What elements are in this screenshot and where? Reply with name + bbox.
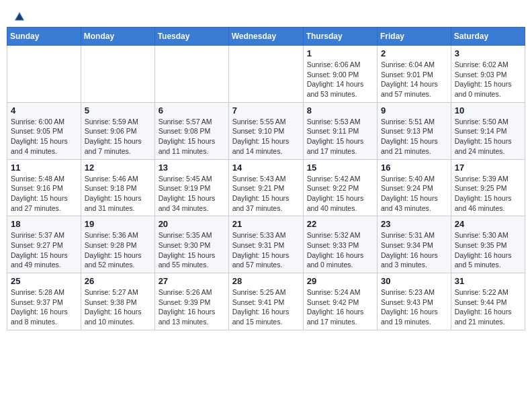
calendar-cell: 12Sunrise: 5:46 AMSunset: 9:18 PMDayligh… — [81, 159, 154, 216]
calendar-cell: 7Sunrise: 5:55 AMSunset: 9:10 PMDaylight… — [228, 102, 303, 159]
day-number: 11 — [11, 163, 77, 173]
day-info: Sunrise: 5:46 AMSunset: 9:18 PMDaylight:… — [85, 174, 151, 214]
calendar-cell: 21Sunrise: 5:33 AMSunset: 9:31 PMDayligh… — [228, 216, 303, 273]
calendar-cell — [228, 46, 303, 103]
day-info: Sunrise: 5:39 AMSunset: 9:25 PMDaylight:… — [455, 174, 521, 214]
calendar-cell: 18Sunrise: 5:37 AMSunset: 9:27 PMDayligh… — [7, 216, 81, 273]
day-number: 9 — [381, 105, 447, 116]
day-number: 31 — [455, 276, 521, 286]
day-number: 20 — [159, 219, 225, 229]
day-info: Sunrise: 5:22 AMSunset: 9:44 PMDaylight:… — [455, 287, 521, 327]
calendar-cell: 6Sunrise: 5:57 AMSunset: 9:08 PMDaylight… — [154, 102, 228, 159]
calendar-cell: 3Sunrise: 6:02 AMSunset: 9:03 PMDaylight… — [451, 46, 525, 103]
day-info: Sunrise: 5:53 AMSunset: 9:11 PMDaylight:… — [307, 117, 373, 156]
day-info: Sunrise: 5:28 AMSunset: 9:37 PMDaylight:… — [11, 287, 77, 327]
calendar-cell: 16Sunrise: 5:40 AMSunset: 9:24 PMDayligh… — [378, 159, 451, 216]
weekday-header-friday: Friday — [378, 28, 451, 46]
day-number: 22 — [307, 219, 373, 229]
day-number: 5 — [85, 105, 151, 116]
day-info: Sunrise: 5:48 AMSunset: 9:16 PMDaylight:… — [11, 174, 77, 214]
day-info: Sunrise: 5:50 AMSunset: 9:14 PMDaylight:… — [455, 117, 521, 156]
calendar-cell: 23Sunrise: 5:31 AMSunset: 9:34 PMDayligh… — [378, 216, 451, 273]
day-number: 12 — [85, 163, 151, 173]
day-info: Sunrise: 5:42 AMSunset: 9:22 PMDaylight:… — [307, 174, 373, 214]
day-number: 27 — [159, 276, 225, 286]
day-number: 30 — [381, 276, 447, 286]
day-number: 23 — [381, 219, 447, 229]
day-info: Sunrise: 5:43 AMSunset: 9:21 PMDaylight:… — [232, 174, 300, 214]
calendar-cell: 9Sunrise: 5:51 AMSunset: 9:13 PMDaylight… — [378, 102, 451, 159]
calendar-week-5: 25Sunrise: 5:28 AMSunset: 9:37 PMDayligh… — [7, 273, 525, 330]
logo-icon — [13, 11, 26, 23]
calendar-cell: 10Sunrise: 5:50 AMSunset: 9:14 PMDayligh… — [451, 102, 525, 159]
calendar-cell: 20Sunrise: 5:35 AMSunset: 9:30 PMDayligh… — [154, 216, 228, 273]
day-number: 21 — [232, 219, 300, 229]
day-info: Sunrise: 5:27 AMSunset: 9:38 PMDaylight:… — [85, 287, 151, 327]
weekday-header-tuesday: Tuesday — [154, 28, 228, 46]
day-number: 8 — [307, 105, 373, 116]
calendar-cell: 8Sunrise: 5:53 AMSunset: 9:11 PMDaylight… — [303, 102, 377, 159]
calendar-cell: 2Sunrise: 6:04 AMSunset: 9:01 PMDaylight… — [378, 46, 451, 103]
day-info: Sunrise: 6:04 AMSunset: 9:01 PMDaylight:… — [381, 60, 447, 99]
day-info: Sunrise: 5:33 AMSunset: 9:31 PMDaylight:… — [232, 230, 300, 270]
day-info: Sunrise: 5:59 AMSunset: 9:06 PMDaylight:… — [85, 117, 151, 156]
day-info: Sunrise: 5:31 AMSunset: 9:34 PMDaylight:… — [381, 230, 447, 270]
calendar-body: 1Sunrise: 6:06 AMSunset: 9:00 PMDaylight… — [7, 46, 525, 330]
calendar-week-4: 18Sunrise: 5:37 AMSunset: 9:27 PMDayligh… — [7, 216, 525, 273]
day-number: 6 — [159, 105, 225, 116]
day-info: Sunrise: 5:26 AMSunset: 9:39 PMDaylight:… — [159, 287, 225, 327]
weekday-header-sunday: Sunday — [7, 28, 81, 46]
day-info: Sunrise: 5:23 AMSunset: 9:43 PMDaylight:… — [381, 287, 447, 327]
day-info: Sunrise: 6:02 AMSunset: 9:03 PMDaylight:… — [455, 60, 521, 99]
day-info: Sunrise: 5:32 AMSunset: 9:33 PMDaylight:… — [307, 230, 373, 270]
day-number: 19 — [85, 219, 151, 229]
day-info: Sunrise: 5:30 AMSunset: 9:35 PMDaylight:… — [455, 230, 521, 270]
weekday-header-row: SundayMondayTuesdayWednesdayThursdayFrid… — [7, 28, 525, 46]
day-number: 28 — [232, 276, 300, 286]
calendar-cell: 19Sunrise: 5:36 AMSunset: 9:28 PMDayligh… — [81, 216, 154, 273]
weekday-header-monday: Monday — [81, 28, 154, 46]
day-number: 18 — [11, 219, 77, 229]
day-info: Sunrise: 5:51 AMSunset: 9:13 PMDaylight:… — [381, 117, 447, 156]
calendar-header: SundayMondayTuesdayWednesdayThursdayFrid… — [7, 28, 525, 46]
calendar-cell: 15Sunrise: 5:42 AMSunset: 9:22 PMDayligh… — [303, 159, 377, 216]
calendar-cell — [7, 46, 81, 103]
weekday-header-saturday: Saturday — [451, 28, 525, 46]
day-number: 13 — [159, 163, 225, 173]
calendar-cell: 17Sunrise: 5:39 AMSunset: 9:25 PMDayligh… — [451, 159, 525, 216]
day-number: 26 — [85, 276, 151, 286]
weekday-header-thursday: Thursday — [303, 28, 377, 46]
day-info: Sunrise: 5:25 AMSunset: 9:41 PMDaylight:… — [232, 287, 300, 327]
day-number: 4 — [11, 105, 77, 116]
calendar-cell — [81, 46, 154, 103]
day-info: Sunrise: 6:00 AMSunset: 9:05 PMDaylight:… — [11, 117, 77, 156]
day-number: 24 — [455, 219, 521, 229]
calendar-cell: 24Sunrise: 5:30 AMSunset: 9:35 PMDayligh… — [451, 216, 525, 273]
day-number: 10 — [455, 105, 521, 116]
calendar-cell: 31Sunrise: 5:22 AMSunset: 9:44 PMDayligh… — [451, 273, 525, 330]
calendar-cell — [154, 46, 228, 103]
day-info: Sunrise: 5:57 AMSunset: 9:08 PMDaylight:… — [159, 117, 225, 156]
calendar-cell: 13Sunrise: 5:45 AMSunset: 9:19 PMDayligh… — [154, 159, 228, 216]
day-info: Sunrise: 5:24 AMSunset: 9:42 PMDaylight:… — [307, 287, 373, 327]
day-number: 14 — [232, 163, 300, 173]
day-number: 29 — [307, 276, 373, 286]
calendar-cell: 11Sunrise: 5:48 AMSunset: 9:16 PMDayligh… — [7, 159, 81, 216]
calendar-cell: 28Sunrise: 5:25 AMSunset: 9:41 PMDayligh… — [228, 273, 303, 330]
day-number: 1 — [307, 48, 373, 58]
day-info: Sunrise: 5:40 AMSunset: 9:24 PMDaylight:… — [381, 174, 447, 214]
day-info: Sunrise: 5:35 AMSunset: 9:30 PMDaylight:… — [159, 230, 225, 270]
day-number: 2 — [381, 48, 447, 58]
day-info: Sunrise: 5:37 AMSunset: 9:27 PMDaylight:… — [11, 230, 77, 270]
calendar-cell: 22Sunrise: 5:32 AMSunset: 9:33 PMDayligh… — [303, 216, 377, 273]
calendar-cell: 5Sunrise: 5:59 AMSunset: 9:06 PMDaylight… — [81, 102, 154, 159]
day-number: 7 — [232, 105, 300, 116]
day-info: Sunrise: 6:06 AMSunset: 9:00 PMDaylight:… — [307, 60, 373, 99]
calendar-cell: 1Sunrise: 6:06 AMSunset: 9:00 PMDaylight… — [303, 46, 377, 103]
calendar-cell: 14Sunrise: 5:43 AMSunset: 9:21 PMDayligh… — [228, 159, 303, 216]
calendar-week-1: 1Sunrise: 6:06 AMSunset: 9:00 PMDaylight… — [7, 46, 525, 103]
header — [7, 7, 525, 23]
calendar-cell: 29Sunrise: 5:24 AMSunset: 9:42 PMDayligh… — [303, 273, 377, 330]
day-info: Sunrise: 5:45 AMSunset: 9:19 PMDaylight:… — [159, 174, 225, 214]
calendar-week-3: 11Sunrise: 5:48 AMSunset: 9:16 PMDayligh… — [7, 159, 525, 216]
